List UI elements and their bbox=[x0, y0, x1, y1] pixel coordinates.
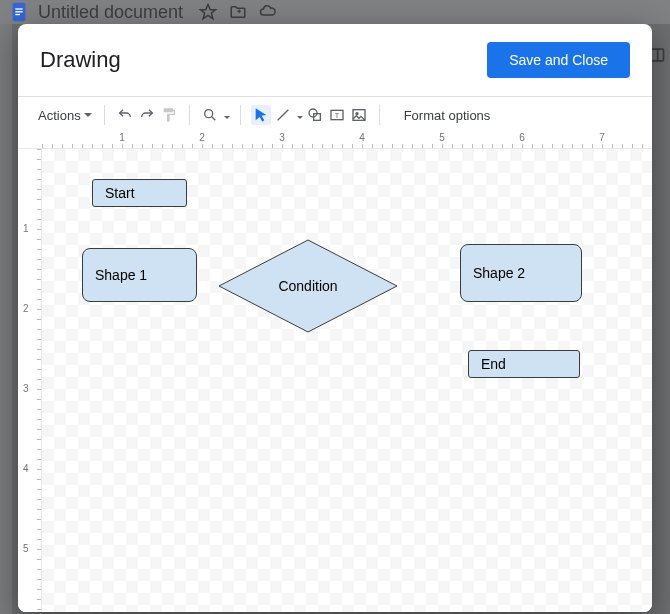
move-folder-icon bbox=[229, 3, 247, 21]
vertical-ruler[interactable]: 12345 bbox=[18, 149, 42, 612]
toolbar-separator bbox=[104, 105, 105, 125]
shape-label: Condition bbox=[218, 239, 398, 333]
modal-title: Drawing bbox=[40, 47, 121, 73]
shape-label: Shape 1 bbox=[95, 267, 147, 283]
toolbar-separator bbox=[240, 105, 241, 125]
document-title: Untitled document bbox=[38, 2, 183, 23]
cloud-status-icon bbox=[259, 3, 277, 21]
redo-button[interactable] bbox=[137, 105, 157, 125]
shape-shape1[interactable]: Shape 1 bbox=[82, 248, 197, 302]
shape-end[interactable]: End bbox=[468, 350, 580, 378]
svg-point-7 bbox=[204, 110, 212, 118]
drawing-modal: Drawing Save and Close Actions bbox=[18, 24, 652, 612]
undo-button[interactable] bbox=[115, 105, 135, 125]
vertical-ruler-numbers: 12345 bbox=[23, 149, 29, 549]
svg-line-9 bbox=[277, 110, 288, 121]
shape-tool-button[interactable] bbox=[305, 105, 325, 125]
drawing-canvas[interactable]: Start Shape 1 Condition Shape 2 bbox=[42, 149, 652, 612]
zoom-dropdown-arrow[interactable] bbox=[222, 106, 230, 124]
shape-label: Shape 2 bbox=[473, 265, 525, 281]
format-options-button[interactable]: Format options bbox=[404, 108, 491, 123]
shape-shape2[interactable]: Shape 2 bbox=[460, 244, 582, 302]
zoom-button[interactable] bbox=[200, 105, 220, 125]
star-icon bbox=[199, 3, 217, 21]
toolbar-separator bbox=[189, 105, 190, 125]
actions-menu[interactable]: Actions bbox=[36, 104, 94, 127]
shape-condition[interactable]: Condition bbox=[218, 239, 398, 333]
svg-rect-2 bbox=[15, 11, 22, 12]
svg-line-8 bbox=[212, 117, 215, 120]
shape-label: End bbox=[481, 356, 506, 372]
toolbar-separator bbox=[379, 105, 380, 125]
save-and-close-button[interactable]: Save and Close bbox=[487, 42, 630, 78]
shape-label: Start bbox=[105, 185, 135, 201]
drawing-toolbar: Actions T bbox=[18, 97, 652, 133]
image-tool-button[interactable] bbox=[349, 105, 369, 125]
svg-rect-1 bbox=[15, 8, 22, 9]
svg-rect-3 bbox=[15, 14, 20, 15]
horizontal-ruler-numbers: 1234567 bbox=[42, 133, 642, 143]
modal-header: Drawing Save and Close bbox=[18, 24, 652, 96]
canvas-area: 1234567 12345 Start Shape 1 bbox=[18, 133, 652, 612]
select-tool-button[interactable] bbox=[251, 105, 271, 125]
textbox-tool-button[interactable]: T bbox=[327, 105, 347, 125]
gdocs-vertical-ruler-bg bbox=[0, 24, 12, 614]
shape-start[interactable]: Start bbox=[92, 179, 187, 207]
paint-format-button[interactable] bbox=[159, 105, 179, 125]
svg-point-15 bbox=[356, 113, 358, 115]
line-dropdown-arrow[interactable] bbox=[295, 106, 303, 124]
horizontal-ruler[interactable]: 1234567 bbox=[18, 133, 652, 149]
gdocs-header: Untitled document bbox=[0, 0, 670, 24]
svg-text:T: T bbox=[334, 111, 339, 120]
line-tool-button[interactable] bbox=[273, 105, 293, 125]
docs-logo-icon bbox=[8, 0, 30, 26]
svg-marker-4 bbox=[201, 5, 216, 19]
